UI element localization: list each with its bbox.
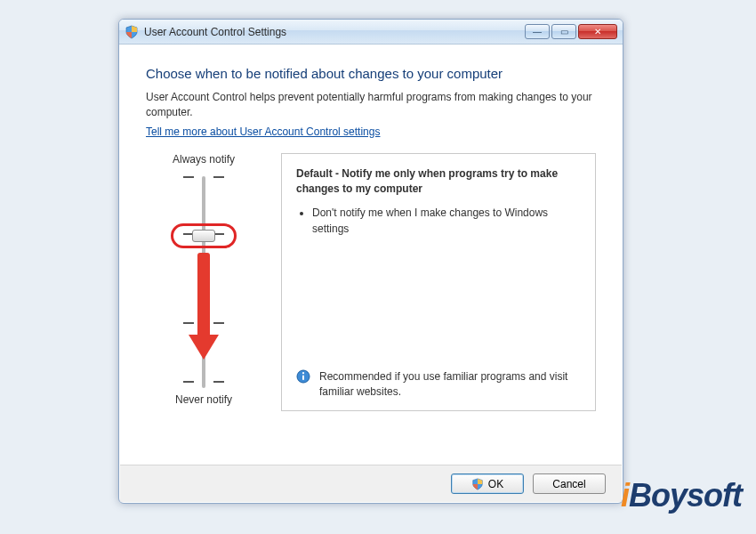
close-button[interactable]: ✕ — [578, 24, 617, 39]
ok-button-label: OK — [488, 478, 503, 490]
slider-tick — [183, 381, 224, 383]
window-title: User Account Control Settings — [144, 26, 525, 38]
watermark-prefix: i — [621, 477, 629, 514]
uac-settings-window: User Account Control Settings — ▭ ✕ Choo… — [118, 19, 623, 504]
slider-bottom-label: Never notify — [146, 393, 261, 406]
notification-slider[interactable] — [146, 171, 261, 393]
recommendation-text: Recommended if you use familiar programs… — [319, 369, 581, 400]
info-icon — [296, 369, 310, 384]
setting-description-panel: Default - Notify me only when programs t… — [281, 153, 596, 411]
cancel-button[interactable]: Cancel — [533, 473, 606, 494]
button-bar: OK Cancel — [120, 465, 622, 502]
content-area: Choose when to be notified about changes… — [119, 44, 623, 464]
cancel-button-label: Cancel — [552, 478, 585, 490]
svg-rect-1 — [302, 376, 304, 381]
shield-icon — [125, 25, 139, 39]
setting-title: Default - Notify me only when programs t… — [296, 166, 581, 197]
shield-icon — [471, 478, 484, 490]
setting-bullet: Don't notify me when I make changes to W… — [312, 205, 581, 237]
setting-bullet-list: Don't notify me when I make changes to W… — [312, 205, 581, 242]
page-description: User Account Control helps prevent poten… — [146, 90, 596, 121]
annotation-arrow-down-icon — [196, 253, 212, 361]
slider-tick — [183, 176, 224, 178]
minimize-button[interactable]: — — [525, 24, 550, 39]
titlebar[interactable]: User Account Control Settings — ▭ ✕ — [119, 20, 623, 44]
annotation-highlight-oval — [171, 223, 237, 248]
learn-more-link[interactable]: Tell me more about User Account Control … — [146, 125, 380, 138]
maximize-button[interactable]: ▭ — [551, 24, 576, 39]
page-heading: Choose when to be notified about changes… — [146, 66, 596, 81]
svg-point-2 — [302, 372, 304, 374]
window-controls: — ▭ ✕ — [525, 24, 617, 39]
watermark-logo: iBoysoft — [621, 477, 742, 514]
ok-button[interactable]: OK — [451, 473, 524, 494]
slider-top-label: Always notify — [146, 153, 261, 166]
watermark-brand: Boysoft — [629, 477, 742, 514]
slider-column: Always notify Never notify — [146, 153, 261, 411]
